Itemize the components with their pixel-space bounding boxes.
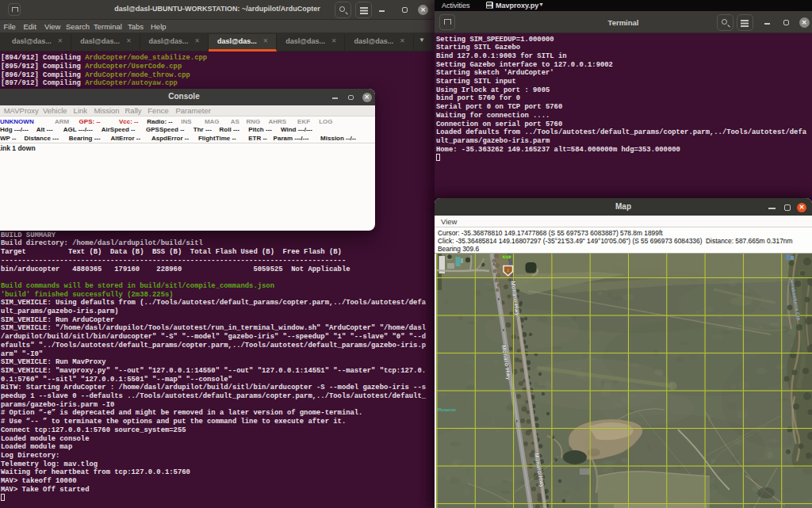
- svg-text:Reserve: Reserve: [438, 407, 457, 412]
- svg-text:823: 823: [504, 255, 508, 258]
- svg-text:1: 1: [507, 268, 509, 273]
